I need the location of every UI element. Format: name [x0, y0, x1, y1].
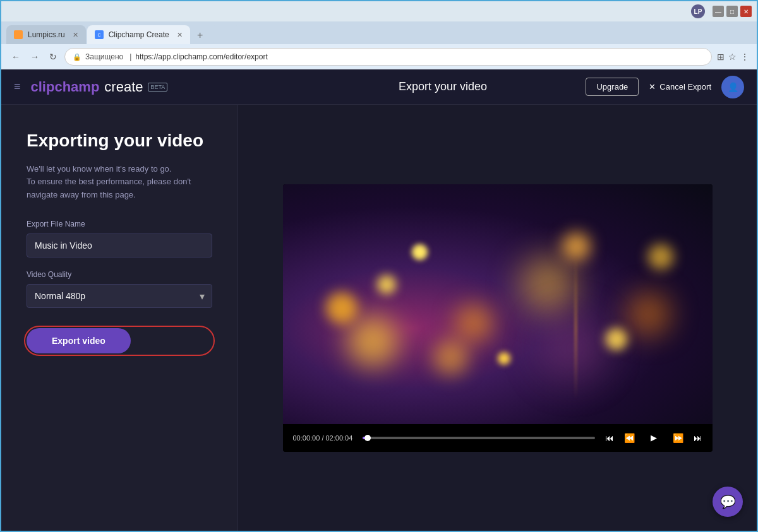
bokeh-light-5 — [519, 256, 576, 313]
address-actions: ⊞ ☆ ⋮ — [717, 52, 749, 62]
export-title: Exporting your video — [27, 130, 212, 151]
file-name-label: Export File Name — [27, 220, 212, 228]
close-button[interactable]: ✕ — [740, 6, 752, 17]
tab-clipchamp[interactable]: C Clipchamp Create ✕ — [87, 25, 190, 44]
video-controls: 00:00:00 / 02:00:04 ⏮ ⏪ ▶ ⏩ ⏭ — [283, 424, 713, 452]
cancel-export-label: Cancel Export — [659, 82, 711, 92]
logo-beta: BETA — [148, 83, 167, 92]
chat-icon: 💬 — [720, 494, 736, 509]
bokeh-light-9 — [412, 244, 428, 260]
logo-clipchamp: clipchamp — [31, 79, 100, 95]
quality-select-wrapper: Normal 480p High 720p Full HD 1080p ▾ — [27, 284, 212, 308]
quality-select[interactable]: Normal 480p High 720p Full HD 1080p — [27, 284, 212, 308]
address-text: https://app.clipchamp.com/editor/export — [135, 52, 267, 61]
browser-menu-button[interactable]: ⋮ — [740, 52, 749, 62]
bokeh-light-4 — [455, 304, 493, 342]
left-panel: Exporting your video We'll let you know … — [1, 105, 238, 531]
hamburger-icon[interactable]: ≡ — [14, 80, 21, 93]
bokeh-light-11 — [648, 244, 673, 269]
bokeh-light-2 — [326, 292, 358, 324]
forward-button[interactable]: → — [28, 49, 42, 64]
bookmark-button[interactable]: ☆ — [728, 52, 737, 62]
minimize-button[interactable]: — — [713, 6, 724, 17]
bokeh-light-3 — [377, 275, 396, 294]
svg-text:C: C — [97, 33, 100, 37]
bokeh-glow-1 — [541, 316, 604, 379]
browser-window: LP — □ ✕ Lumpics.ru ✕ C Clipchamp Create… — [0, 0, 758, 532]
separator: | — [129, 52, 131, 61]
user-avatar[interactable]: 👤 — [721, 76, 744, 98]
app-container: ≡ clipchampcreateBETA Export your video … — [1, 69, 757, 531]
file-name-input[interactable] — [27, 233, 212, 257]
close-icon: ✕ — [649, 82, 656, 92]
export-description: We'll let you know when it's ready to go… — [27, 163, 212, 202]
skip-back-button[interactable]: ⏮ — [605, 433, 614, 443]
bokeh-light-10 — [498, 352, 510, 365]
progress-dot — [364, 435, 371, 441]
bokeh-light-8 — [627, 292, 671, 336]
bokeh-light-7 — [605, 328, 627, 350]
time-display: 00:00:00 / 02:00:04 — [293, 434, 353, 442]
tab-lumpics[interactable]: Lumpics.ru ✕ — [6, 25, 86, 44]
app-body: Exporting your video We'll let you know … — [1, 105, 757, 531]
logo-create: create — [104, 79, 143, 95]
title-bar-user: LP — [691, 4, 705, 18]
tab-close-lumpics[interactable]: ✕ — [73, 31, 78, 39]
chat-button[interactable]: 💬 — [713, 487, 743, 517]
tab-label-lumpics: Lumpics.ru — [28, 30, 65, 39]
reload-button[interactable]: ↻ — [47, 49, 59, 64]
header-actions: Upgrade ✕ Cancel Export 👤 — [586, 76, 744, 98]
app-header: ≡ clipchampcreateBETA Export your video … — [1, 69, 757, 105]
export-button-wrapper: Export video — [27, 328, 212, 353]
tab-favicon-clipchamp: C — [95, 30, 104, 39]
tab-placeholder — [213, 25, 238, 44]
rewind-button[interactable]: ⏪ — [624, 433, 635, 443]
tab-favicon-lumpics — [14, 30, 23, 39]
upgrade-button[interactable]: Upgrade — [586, 78, 639, 96]
translate-button[interactable]: ⊞ — [717, 52, 725, 62]
right-panel: 00:00:00 / 02:00:04 ⏮ ⏪ ▶ ⏩ ⏭ — [238, 105, 757, 531]
address-input[interactable]: 🔒 Защищено | https://app.clipchamp.com/e… — [64, 48, 712, 66]
fast-forward-button[interactable]: ⏩ — [673, 433, 683, 443]
logo-area: ≡ clipchampcreateBETA — [14, 79, 300, 95]
address-bar: ← → ↻ 🔒 Защищено | https://app.clipchamp… — [1, 44, 757, 69]
bokeh-light-1 — [347, 316, 398, 367]
tab-bar: Lumpics.ru ✕ C Clipchamp Create ✕ + — [1, 21, 757, 44]
maximize-button[interactable]: □ — [726, 6, 738, 17]
light-streak — [575, 256, 577, 400]
new-tab-button[interactable]: + — [191, 27, 209, 44]
export-video-button[interactable]: Export video — [27, 328, 131, 353]
video-preview — [283, 184, 713, 424]
skip-forward-button[interactable]: ⏭ — [694, 433, 702, 443]
quality-label: Video Quality — [27, 270, 212, 279]
play-button[interactable]: ▶ — [645, 429, 663, 447]
secure-icon: 🔒 — [73, 53, 81, 61]
cancel-export-button[interactable]: ✕ Cancel Export — [649, 82, 711, 92]
tab-close-clipchamp[interactable]: ✕ — [177, 31, 183, 39]
video-container: 00:00:00 / 02:00:04 ⏮ ⏪ ▶ ⏩ ⏭ — [283, 184, 713, 452]
header-title: Export your video — [300, 80, 586, 93]
back-button[interactable]: ← — [9, 49, 23, 64]
bokeh-light-12 — [433, 340, 468, 375]
tab-label-clipchamp: Clipchamp Create — [109, 30, 169, 39]
progress-bar[interactable] — [363, 437, 594, 439]
secure-label: Защищено — [85, 52, 123, 61]
title-bar: LP — □ ✕ — [1, 1, 757, 21]
